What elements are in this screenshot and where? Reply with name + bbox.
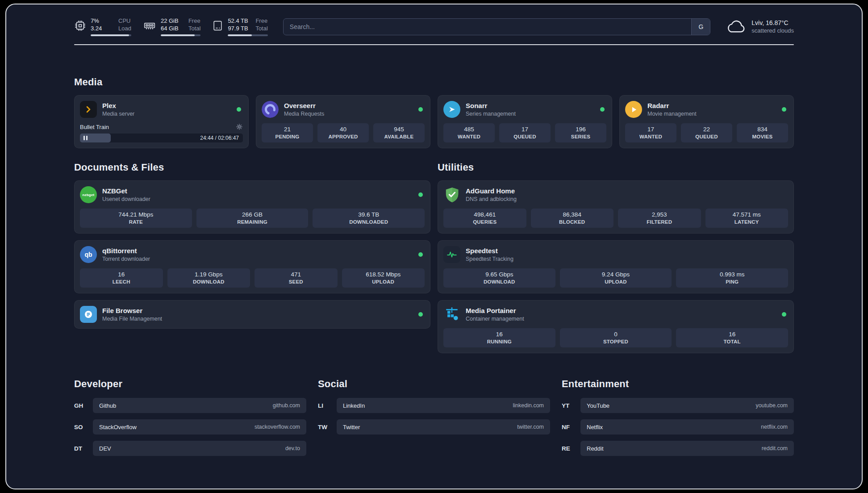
stat-queries: 498,461 QUERIES xyxy=(443,209,526,228)
weather-widget: Lviv, 16.87°C scattered clouds xyxy=(726,19,794,35)
service-card-plex[interactable]: Plex Media server Bullet Train 24:44 / 0… xyxy=(74,95,249,148)
now-playing: Bullet Train 24:44 / 02:06:47 xyxy=(80,119,243,142)
link-url: netflix.com xyxy=(761,424,788,430)
stat-queued: 22 QUEUED xyxy=(681,123,732,142)
service-card-file-browser[interactable]: File Browser Media File Management xyxy=(74,300,430,329)
topbar-divider xyxy=(74,44,794,45)
system-metrics: 7% CPU 3.24 Load 22 GiB Free 64 GiB Tota… xyxy=(74,17,268,36)
service-card-radarr[interactable]: Radarr Movie management 17 WANTED 22 QUE… xyxy=(619,95,794,148)
service-name: Speedtest xyxy=(466,246,513,255)
service-card-qbittorrent[interactable]: qb qBittorrent Torrent downloader 16 LEE… xyxy=(74,240,430,293)
stat-label: SERIES xyxy=(557,134,605,139)
plex-icon xyxy=(80,101,97,118)
link-row-netflix: NF Netflix netflix.com xyxy=(562,419,794,435)
metric-value: 97.9 TB xyxy=(228,25,250,32)
link-youtube[interactable]: YouTube youtube.com xyxy=(580,398,794,413)
stat-value: 2,953 xyxy=(620,211,699,218)
link-github[interactable]: Github github.com xyxy=(93,398,306,413)
documents-cards: nzbget NZBGet Usenet downloader 744.21 M… xyxy=(74,180,430,329)
link-abbr-dev: DT xyxy=(74,445,93,452)
stat-wanted: 485 WANTED xyxy=(443,123,495,142)
stat-label: APPROVED xyxy=(319,134,367,139)
link-abbr-netflix: NF xyxy=(562,424,580,430)
link-reddit[interactable]: Reddit reddit.com xyxy=(580,441,794,456)
stat-tiles: 744.21 Mbps RATE 266 GB REMAINING 39.6 T… xyxy=(80,203,425,228)
memory-icon xyxy=(143,20,156,33)
stat-latency: 47.571 ms LATENCY xyxy=(705,209,789,228)
link-twitter[interactable]: Twitter twitter.com xyxy=(337,419,550,435)
stat-label: BLOCKED xyxy=(533,219,612,225)
service-description: Movie management xyxy=(647,110,697,117)
stat-label: PING xyxy=(678,279,786,284)
service-card-sonarr[interactable]: Sonarr Series management 485 WANTED 17 Q… xyxy=(438,95,612,148)
metric-label: Free xyxy=(188,17,200,25)
stat-leech: 16 LEECH xyxy=(80,268,163,288)
adguard-icon xyxy=(443,186,460,203)
stat-tiles: 498,461 QUERIES 86,384 BLOCKED 2,953 FIL… xyxy=(443,203,788,228)
link-dev[interactable]: DEV dev.to xyxy=(93,441,306,456)
link-stackoverflow[interactable]: StackOverflow stackoverflow.com xyxy=(93,419,306,435)
qbittorrent-icon: qb xyxy=(80,246,97,263)
search-input[interactable] xyxy=(283,18,710,35)
stat-value: 9.24 Gbps xyxy=(562,271,670,278)
link-url: dev.to xyxy=(285,445,300,451)
link-linkedin[interactable]: LinkedIn linkedin.com xyxy=(337,398,550,413)
status-online-dot xyxy=(418,312,423,317)
stat-seed: 471 SEED xyxy=(255,268,338,288)
stat-label: LATENCY xyxy=(707,219,787,225)
stat-label: QUERIES xyxy=(445,219,525,225)
stat-label: DOWNLOAD xyxy=(169,279,249,284)
link-sections: Developer GH Github github.com SO StackO… xyxy=(74,378,794,462)
link-name: DEV xyxy=(99,445,111,452)
stat-tiles: 485 WANTED 17 QUEUED 196 SERIES xyxy=(443,118,606,142)
link-abbr-twitter: TW xyxy=(318,424,337,430)
stat-tiles: 21 PENDING 40 APPROVED 945 AVAILABLE xyxy=(262,118,425,142)
search-engine-button[interactable]: G xyxy=(691,19,710,35)
metric-value: 64 GiB xyxy=(161,25,183,32)
link-row-twitter: TW Twitter twitter.com xyxy=(318,419,550,435)
link-netflix[interactable]: Netflix netflix.com xyxy=(580,419,794,435)
stat-value: 16 xyxy=(445,331,554,338)
stat-tiles: 16 RUNNING 0 STOPPED 16 TOTAL xyxy=(443,323,788,347)
link-row-youtube: YT YouTube youtube.com xyxy=(562,398,794,413)
stat-value: 498,461 xyxy=(445,211,525,218)
service-name: Media Portainer xyxy=(466,306,524,315)
weather-condition: scattered clouds xyxy=(751,27,794,34)
stat-stopped: 0 STOPPED xyxy=(560,328,672,347)
service-card-adguard-home[interactable]: AdGuard Home DNS and adblocking 498,461 … xyxy=(438,180,794,234)
stat-download: 9.65 Gbps DOWNLOAD xyxy=(443,268,555,288)
stat-label: RATE xyxy=(82,219,190,225)
stat-queued: 17 QUEUED xyxy=(499,123,551,142)
stat-label: FILTERED xyxy=(620,219,699,225)
stat-value: 16 xyxy=(82,271,161,278)
service-description: Speedtest Tracking xyxy=(466,255,513,263)
stat-movies: 834 MOVIES xyxy=(737,123,788,142)
stat-tiles: 9.65 Gbps DOWNLOAD 9.24 Gbps UPLOAD 0.99… xyxy=(443,263,788,288)
gear-icon[interactable] xyxy=(236,123,243,130)
stat-value: 266 GB xyxy=(198,211,307,218)
link-abbr-stackoverflow: SO xyxy=(74,424,93,430)
pause-button[interactable] xyxy=(83,136,88,140)
service-description: Torrent downloader xyxy=(102,255,150,263)
metric-label: Free xyxy=(255,17,267,25)
service-name: Plex xyxy=(102,101,134,110)
link-url: linkedin.com xyxy=(513,402,544,409)
stat-label: STOPPED xyxy=(562,339,670,344)
link-section-social: Social LI LinkedIn linkedin.com TW Twitt… xyxy=(318,378,550,441)
stat-label: DOWNLOAD xyxy=(445,279,554,284)
link-row-reddit: RE Reddit reddit.com xyxy=(562,441,794,456)
service-card-overseerr[interactable]: Overseerr Media Requests 21 PENDING 40 A… xyxy=(256,95,430,148)
metric-progress-bar xyxy=(161,34,200,36)
service-card-speedtest[interactable]: Speedtest Speedtest Tracking 9.65 Gbps D… xyxy=(438,240,794,293)
metric-value: 22 GiB xyxy=(161,17,183,25)
seek-bar[interactable]: 24:44 / 02:06:47 xyxy=(80,134,243,142)
playback-time: 24:44 / 02:06:47 xyxy=(200,135,239,141)
stat-available: 945 AVAILABLE xyxy=(373,123,425,142)
service-card-media-portainer[interactable]: Media Portainer Container management 16 … xyxy=(438,300,794,353)
stat-value: 47.571 ms xyxy=(707,211,787,218)
stat-running: 16 RUNNING xyxy=(443,328,555,347)
service-card-nzbget[interactable]: nzbget NZBGet Usenet downloader 744.21 M… xyxy=(74,180,430,234)
stat-value: 945 xyxy=(375,126,423,133)
utilities-cards: AdGuard Home DNS and adblocking 498,461 … xyxy=(438,180,794,353)
overseerr-icon xyxy=(262,101,279,118)
